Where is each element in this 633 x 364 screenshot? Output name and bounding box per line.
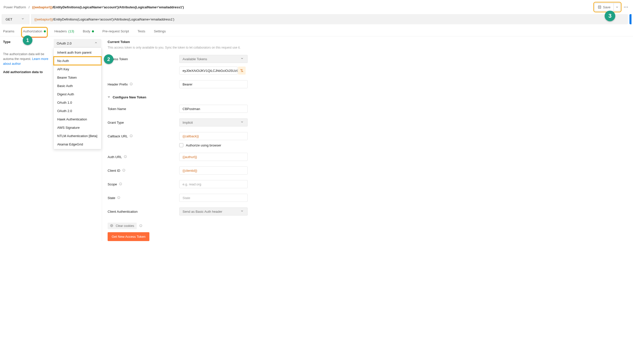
tab-body[interactable]: Body bbox=[82, 28, 94, 36]
save-button[interactable]: Save bbox=[595, 3, 614, 11]
unsync-token-button[interactable] bbox=[238, 67, 246, 75]
token-name-input[interactable]: CBPostman bbox=[179, 105, 248, 113]
info-icon bbox=[124, 155, 127, 159]
header-prefix-input[interactable]: Bearer bbox=[179, 80, 248, 88]
token-name-label: Token Name bbox=[108, 107, 179, 111]
clear-cookies-label: Clear cookies bbox=[116, 224, 134, 228]
access-token-label: Access Token bbox=[108, 57, 179, 61]
auth-url-input[interactable]: {{authurl}} bbox=[179, 153, 248, 161]
info-icon bbox=[117, 196, 121, 200]
callback-url-value: {{callback}} bbox=[183, 134, 199, 138]
chevron-down-icon bbox=[108, 96, 111, 99]
auth-type-option-ntlm[interactable]: NTLM Authentication [Beta] bbox=[54, 132, 101, 140]
auth-type-option-oauth1[interactable]: OAuth 1.0 bbox=[54, 98, 101, 107]
clear-cookies-button[interactable]: Clear cookies bbox=[108, 223, 137, 229]
auth-type-option-apikey[interactable]: API Key bbox=[54, 65, 101, 73]
tab-settings[interactable]: Settings bbox=[153, 28, 166, 36]
configure-new-token-toggle[interactable]: Configure New Token bbox=[108, 95, 628, 99]
callback-url-label: Callback URL bbox=[108, 134, 179, 138]
tab-params[interactable]: Params bbox=[3, 28, 15, 36]
get-new-access-token-button[interactable]: Get New Access Token bbox=[108, 232, 149, 241]
auth-type-select-value: OAuth 2.0 bbox=[57, 41, 72, 45]
access-token-value-text: eyJ0eXAiOiJKV1QiLCJhbGciOiJSUzI1Ni bbox=[183, 69, 242, 73]
save-button-group: Save bbox=[595, 3, 620, 11]
available-tokens-select[interactable]: Available Tokens bbox=[179, 55, 248, 63]
tab-authorization[interactable]: Authorization bbox=[23, 28, 46, 36]
svg-point-10 bbox=[110, 224, 113, 227]
svg-rect-0 bbox=[598, 6, 601, 9]
svg-point-11 bbox=[111, 225, 111, 225]
chevron-down-icon bbox=[241, 57, 244, 61]
client-id-value: {{clientid}} bbox=[183, 169, 197, 173]
breadcrumb-url-var: {{webapiurl}} bbox=[32, 5, 53, 9]
auth-url-value: {{authurl}} bbox=[183, 155, 197, 159]
vertical-divider bbox=[102, 40, 102, 241]
annotation-badge-1: 1 bbox=[23, 35, 32, 45]
auth-type-option-basic[interactable]: Basic Auth bbox=[54, 82, 101, 90]
header-prefix-value: Bearer bbox=[183, 82, 192, 86]
annotation-badge-2: 2 bbox=[104, 54, 113, 64]
auth-type-option-aws[interactable]: AWS Signature bbox=[54, 123, 101, 132]
cookie-icon bbox=[110, 224, 114, 228]
client-auth-select[interactable]: Send as Basic Auth header bbox=[179, 207, 248, 216]
info-icon bbox=[119, 182, 123, 186]
authorize-browser-checkbox[interactable] bbox=[179, 143, 183, 147]
auth-type-option-hawk[interactable]: Hawk Authentication bbox=[54, 115, 101, 123]
chevron-down-icon bbox=[241, 121, 244, 124]
more-options-button[interactable] bbox=[623, 4, 629, 10]
info-icon bbox=[130, 82, 133, 86]
access-token-value-input[interactable]: eyJ0eXAiOiJKV1QiLCJhbGciOiJSUzI1Ni bbox=[179, 67, 238, 75]
svg-point-3 bbox=[627, 7, 628, 8]
grant-type-label: Grant Type bbox=[108, 121, 179, 124]
chevron-up-icon bbox=[95, 41, 98, 45]
breadcrumb-workspace[interactable]: Power Platform bbox=[4, 5, 26, 9]
auth-type-option-akamai[interactable]: Akamai EdgeGrid bbox=[54, 140, 101, 148]
chevron-down-icon bbox=[22, 17, 25, 21]
breadcrumb-url-rest: /EntityDefinitions(LogicalName='account'… bbox=[52, 5, 184, 9]
info-icon bbox=[130, 134, 133, 138]
breadcrumb-sep: / bbox=[29, 5, 30, 9]
chevron-down-icon bbox=[241, 210, 244, 213]
auth-type-option-digest[interactable]: Digest Auth bbox=[54, 90, 101, 98]
tab-authorization-label: Authorization bbox=[23, 29, 42, 33]
info-icon bbox=[139, 224, 143, 228]
tab-headers-label: Headers bbox=[54, 29, 67, 33]
url-rest: /EntityDefinitions(LogicalName='account'… bbox=[53, 17, 174, 21]
auth-type-select[interactable]: OAuth 2.0 bbox=[54, 39, 101, 48]
current-token-subtitle: This access token is only available to y… bbox=[108, 46, 628, 49]
grant-type-value: Implicit bbox=[183, 121, 193, 124]
available-tokens-value: Available Tokens bbox=[183, 57, 207, 61]
callback-url-input[interactable]: {{callback}} bbox=[179, 132, 248, 140]
client-id-input[interactable]: {{clientid}} bbox=[179, 166, 248, 175]
tab-headers-count: (13) bbox=[68, 29, 74, 33]
auth-type-option-noauth[interactable]: No Auth bbox=[54, 57, 101, 65]
send-button-edge[interactable] bbox=[629, 14, 631, 24]
state-placeholder: State bbox=[183, 196, 190, 200]
tab-prerequest[interactable]: Pre-request Script bbox=[102, 28, 130, 36]
token-name-value: CBPostman bbox=[183, 107, 200, 111]
save-caret[interactable] bbox=[614, 3, 620, 11]
state-label: State bbox=[108, 196, 179, 200]
auth-type-option-oauth2[interactable]: OAuth 2.0 bbox=[54, 107, 101, 115]
auth-type-dropdown: Inherit auth from parent No Auth API Key… bbox=[53, 48, 102, 149]
auth-type-option-inherit[interactable]: Inherit auth from parent bbox=[54, 48, 101, 57]
scope-input[interactable]: e.g. read:org bbox=[179, 180, 248, 188]
state-input[interactable]: State bbox=[179, 194, 248, 202]
dot-indicator bbox=[44, 30, 46, 32]
svg-point-2 bbox=[626, 7, 626, 8]
scope-placeholder: e.g. read:org bbox=[183, 182, 201, 186]
grant-type-select[interactable]: Implicit bbox=[179, 118, 248, 126]
tab-tests[interactable]: Tests bbox=[137, 28, 146, 36]
annotation-badge-3: 3 bbox=[605, 11, 615, 21]
url-input[interactable]: {{webapiurl}}/EntityDefinitions(LogicalN… bbox=[31, 14, 628, 24]
authorize-browser-label: Authorize using browser bbox=[186, 143, 221, 147]
tab-headers[interactable]: Headers (13) bbox=[54, 28, 75, 36]
breadcrumb: Power Platform / {{webapiurl}}/EntityDef… bbox=[4, 5, 184, 9]
save-button-label: Save bbox=[603, 5, 610, 9]
auth-type-option-bearer[interactable]: Bearer Token bbox=[54, 73, 101, 82]
current-token-title: Current Token bbox=[108, 40, 628, 44]
client-auth-value: Send as Basic Auth header bbox=[183, 210, 222, 213]
svg-point-1 bbox=[624, 7, 625, 8]
method-select[interactable]: GET bbox=[2, 14, 29, 24]
auth-url-label: Auth URL bbox=[108, 155, 179, 159]
